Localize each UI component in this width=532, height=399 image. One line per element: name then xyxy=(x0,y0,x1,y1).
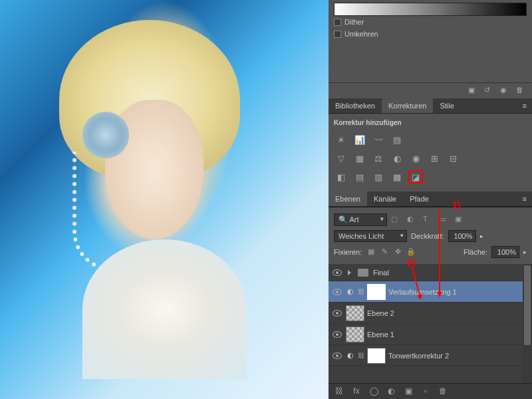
mask-thumbnail[interactable] xyxy=(367,348,386,364)
gradient-preview[interactable] xyxy=(334,3,527,16)
gradient-map-icon[interactable]: ◪ xyxy=(408,170,423,184)
expand-arrow-icon[interactable] xyxy=(348,270,351,275)
color-balance-icon[interactable]: ⚖ xyxy=(371,152,386,165)
layer-thumbnail[interactable] xyxy=(346,327,364,342)
visibility-toggle[interactable] xyxy=(331,350,343,362)
layers-panel: 🔍 Art ▢ ◐ T ▭ ▣ Weiches Licht Deckkraft:… xyxy=(329,207,532,399)
right-panels: Dither Umkehren ▣ ↺ ◉ 🗑 Bibliotheken Kor… xyxy=(329,0,532,399)
layers-tabs: Ebenen Kanäle Pfade ≡ xyxy=(329,192,532,207)
layer-name[interactable]: Tonwertkorrektur 2 xyxy=(388,352,529,360)
filter-text-icon[interactable]: T xyxy=(423,215,435,225)
blend-mode-dropdown[interactable]: Weiches Licht xyxy=(334,230,407,242)
invert-icon[interactable]: ◧ xyxy=(334,170,348,184)
adjustment-icon: ◐ xyxy=(346,351,355,360)
channel-mixer-icon[interactable]: ⊞ xyxy=(427,152,442,165)
delete-layer-icon[interactable]: 🗑 xyxy=(438,386,448,397)
visibility-toggle[interactable] xyxy=(331,307,343,319)
document-image xyxy=(0,0,329,399)
fill-label: Fläche: xyxy=(464,248,487,256)
layers-scrollbar[interactable] xyxy=(523,264,532,383)
exposure-icon[interactable]: ▨ xyxy=(390,133,404,146)
layer-name[interactable]: Verlaufsumsetzung 1 xyxy=(388,288,529,296)
layer-gradient-map[interactable]: ◐ ⛓ Verlaufsumsetzung 1 xyxy=(329,281,532,303)
trash-icon[interactable]: 🗑 xyxy=(516,86,527,96)
threshold-icon[interactable]: ▥ xyxy=(371,170,386,184)
visibility-toggle[interactable] xyxy=(331,286,343,298)
corrections-panel: Korrektur hinzufügen ☀ 📊 〰 ▨ ▽ ▦ ⚖ ◐ ◉ ⊞… xyxy=(329,114,532,192)
tab-styles[interactable]: Stile xyxy=(433,98,460,113)
layer-list: Final ◐ ⛓ Verlaufsumsetzung 1 Ebene 2 Eb… xyxy=(329,264,532,383)
fx-icon[interactable]: fx xyxy=(351,386,362,397)
visibility-toggle[interactable] xyxy=(331,329,343,340)
lock-pixels-icon[interactable]: ✎ xyxy=(379,247,390,257)
mask-thumbnail[interactable] xyxy=(367,284,386,300)
panel-menu-icon[interactable]: ≡ xyxy=(517,98,532,113)
link-icon: ⛓ xyxy=(358,288,364,295)
lock-position-icon[interactable]: ✥ xyxy=(392,247,403,257)
lock-transparency-icon[interactable]: ▦ xyxy=(366,247,376,257)
gradient-properties-panel: Dither Umkehren xyxy=(329,0,532,43)
layer-filter-dropdown[interactable]: 🔍 Art xyxy=(334,213,387,226)
corrections-tabs: Bibliotheken Korrekturen Stile ≡ xyxy=(329,98,532,114)
filter-adjust-icon[interactable]: ◐ xyxy=(407,215,419,225)
visibility-icon[interactable]: ◉ xyxy=(500,86,511,96)
dither-label: Dither xyxy=(344,18,364,26)
link-icon: ⛓ xyxy=(358,352,364,359)
tab-paths[interactable]: Pfade xyxy=(403,192,436,206)
reverse-label: Umkehren xyxy=(344,30,378,38)
folder-icon xyxy=(358,269,368,277)
fill-input[interactable]: 100% xyxy=(491,246,519,258)
filter-smart-icon[interactable]: ▣ xyxy=(455,215,467,225)
brightness-icon[interactable]: ☀ xyxy=(334,133,348,146)
adjustment-icon: ◐ xyxy=(346,287,355,296)
layer-ebene1[interactable]: Ebene 1 xyxy=(329,324,532,345)
visibility-toggle[interactable] xyxy=(331,267,343,279)
selective-color-icon[interactable]: ▩ xyxy=(390,170,404,184)
layer-thumbnail[interactable] xyxy=(346,305,364,321)
levels-icon[interactable]: 📊 xyxy=(352,133,367,146)
layer-levels[interactable]: ◐ ⛓ Tonwertkorrektur 2 xyxy=(329,345,532,366)
gradient-panel-footer: ▣ ↺ ◉ 🗑 xyxy=(329,82,532,98)
tab-layers[interactable]: Ebenen xyxy=(329,192,367,206)
corrections-heading: Korrektur hinzufügen xyxy=(334,119,527,126)
layer-name[interactable]: Ebene 2 xyxy=(367,309,529,317)
opacity-input[interactable]: 100% xyxy=(448,230,476,242)
bw-icon[interactable]: ◐ xyxy=(390,152,404,165)
layers-footer: ⛓ fx ◯ ◐ ▣ ▫ 🗑 xyxy=(329,383,532,399)
add-mask-icon[interactable]: ◯ xyxy=(368,386,379,397)
new-group-icon[interactable]: ▣ xyxy=(403,386,414,397)
annotation-arrow-1 xyxy=(439,209,440,296)
reverse-checkbox[interactable] xyxy=(334,31,341,38)
curves-icon[interactable]: 〰 xyxy=(371,133,386,146)
vibrance-icon[interactable]: ▽ xyxy=(334,152,348,165)
filter-shape-icon[interactable]: ▭ xyxy=(439,215,451,225)
dither-checkbox[interactable] xyxy=(334,19,341,26)
lookup-icon[interactable]: ⊟ xyxy=(446,152,460,165)
layer-ebene2[interactable]: Ebene 2 xyxy=(329,303,532,324)
layer-name[interactable]: Final xyxy=(373,269,529,277)
tab-libraries[interactable]: Bibliotheken xyxy=(329,98,382,113)
hue-icon[interactable]: ▦ xyxy=(352,152,367,165)
tab-corrections[interactable]: Korrekturen xyxy=(382,98,433,113)
tab-channels[interactable]: Kanäle xyxy=(367,192,403,206)
canvas-viewport[interactable] xyxy=(0,0,329,399)
link-layers-icon[interactable]: ⛓ xyxy=(334,386,344,397)
new-layer-icon[interactable]: ▫ xyxy=(420,386,431,397)
new-adjustment-icon[interactable]: ◐ xyxy=(386,386,396,397)
clip-icon[interactable]: ▣ xyxy=(468,86,479,96)
reset-icon[interactable]: ↺ xyxy=(484,86,495,96)
filter-pixel-icon[interactable]: ▢ xyxy=(391,215,403,225)
lock-all-icon[interactable]: 🔒 xyxy=(406,247,416,257)
layers-menu-icon[interactable]: ≡ xyxy=(517,192,532,206)
posterize-icon[interactable]: ▤ xyxy=(352,170,367,184)
photo-filter-icon[interactable]: ◉ xyxy=(408,152,423,165)
lock-label: Fixieren: xyxy=(334,248,362,256)
layer-group-final[interactable]: Final xyxy=(329,264,532,281)
layer-name[interactable]: Ebene 1 xyxy=(367,331,529,338)
